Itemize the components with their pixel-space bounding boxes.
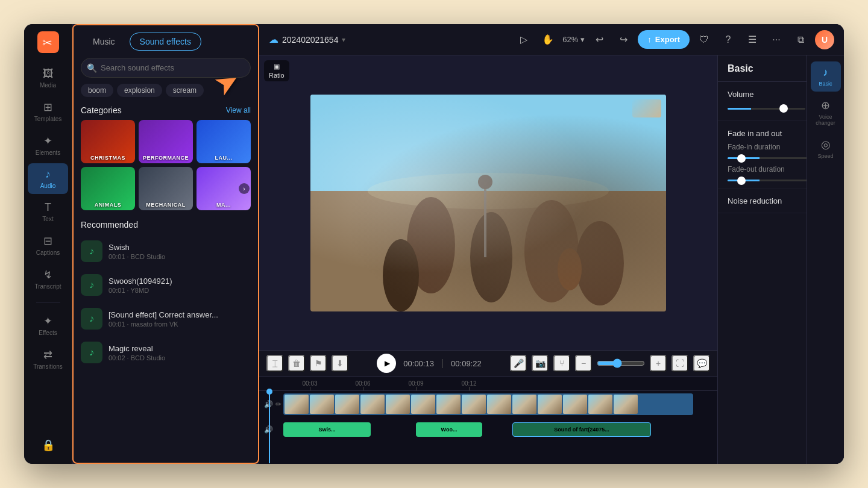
audio-split-btn[interactable]: ⑂ <box>553 355 570 372</box>
sound-name-magic: Magic reveal <box>108 344 251 353</box>
tag-scream[interactable]: scream <box>166 84 204 97</box>
thumb-8 <box>462 395 486 414</box>
svg-point-8 <box>383 239 419 311</box>
sidebar-divider <box>36 302 60 302</box>
tag-boom[interactable]: boom <box>81 84 113 97</box>
volume-slider[interactable] <box>728 108 805 110</box>
project-name-text: 202402021654 <box>282 35 338 45</box>
sidebar-item-transcript[interactable]: ↯ Transcript <box>28 263 68 295</box>
lock-icon-item[interactable]: 🔒 <box>39 434 57 457</box>
sidebar-item-effects[interactable]: ✦ Effects <box>28 310 68 341</box>
playhead[interactable] <box>269 391 270 463</box>
panel-title: Basic <box>728 63 753 74</box>
sound-item-correct[interactable]: ♪ [Sound effect] Correct answer... 00:01… <box>74 302 258 336</box>
audio-clip-fart[interactable]: Sound of fart(24075... <box>512 422 651 437</box>
undo-btn[interactable]: ↩ <box>590 30 609 49</box>
thumb-4 <box>360 395 385 414</box>
sound-info-magic: Magic reveal 00:02 · BCD Studio <box>108 344 251 361</box>
captions-icon: ⊟ <box>43 234 52 248</box>
minus-btn[interactable]: − <box>575 355 592 372</box>
sound-meta-magic: 00:02 · BCD Studio <box>108 354 251 361</box>
shield-icon-btn[interactable]: 🛡 <box>694 30 714 49</box>
project-name[interactable]: ☁ 202402021654 ▾ <box>269 34 345 45</box>
camera-btn[interactable]: 📷 <box>532 355 549 372</box>
thumb-12 <box>563 395 587 414</box>
sidebar-item-text[interactable]: T Text <box>28 196 68 227</box>
sidebar-item-transitions[interactable]: ⇄ Transitions <box>28 343 68 375</box>
tool-tab-speed[interactable]: ◎ Speed <box>811 133 841 164</box>
thumb-5 <box>386 395 410 414</box>
audio-clip-woo[interactable]: Woo... <box>416 422 482 437</box>
category-launch[interactable]: LAU... <box>197 120 251 163</box>
export-upload-icon: ↑ <box>647 35 652 44</box>
sound-name-swoosh: Swoosh(1094921) <box>108 277 251 286</box>
video-track[interactable] <box>283 393 693 415</box>
search-input[interactable] <box>81 58 251 78</box>
voice-tool-label: Voice changer <box>813 114 838 126</box>
delete-btn[interactable]: 🗑 <box>288 355 305 372</box>
ratio-button[interactable]: ▣ Ratio <box>264 60 289 81</box>
tag-explosion[interactable]: explosion <box>117 84 162 97</box>
fullscreen-btn[interactable]: ⛶ <box>671 355 688 372</box>
more-options-btn[interactable]: ··· <box>767 30 786 49</box>
elements-icon: ✦ <box>43 134 52 148</box>
category-animals[interactable]: ANIMALS <box>81 167 135 210</box>
audio-clip-swish[interactable]: Swis... <box>283 422 371 437</box>
redo-btn[interactable]: ↪ <box>614 30 633 49</box>
sidebar-label-media: Media <box>40 82 56 89</box>
sidebar-label-audio: Audio <box>40 183 56 189</box>
app-logo[interactable]: ✂ <box>37 31 59 53</box>
export-button[interactable]: ↑ Export <box>638 30 690 49</box>
sound-item-swish[interactable]: ♪ Swish 00:01 · BCD Studio <box>74 234 258 268</box>
playback-controls: 00:00:13 | 00:09:22 <box>377 354 481 373</box>
sidebar-item-elements[interactable]: ✦ Elements <box>28 130 68 161</box>
sidebar-label-transitions: Transitions <box>33 363 63 370</box>
tab-music[interactable]: Music <box>83 33 125 50</box>
thumb-11 <box>538 395 562 414</box>
current-time: 00:00:13 <box>403 359 434 368</box>
chat-btn[interactable]: 💬 <box>693 355 710 372</box>
category-magic[interactable]: MA... › <box>197 167 251 210</box>
split-view-btn[interactable]: ⧉ <box>791 30 810 49</box>
timeline-tracks: 🔊 ✏ <box>259 391 717 463</box>
sidebar-item-captions[interactable]: ⊟ Captions <box>28 230 68 261</box>
help-icon-btn[interactable]: ? <box>719 30 738 49</box>
tool-tab-voice[interactable]: ⊕ Voice changer <box>811 94 841 131</box>
more-arrow[interactable]: › <box>239 183 250 194</box>
ruler-mark-3: 00:12 <box>442 380 495 390</box>
sound-item-magic[interactable]: ♪ Magic reveal 00:02 · BCD Studio <box>74 336 258 369</box>
zoom-control[interactable]: 62% ▾ <box>562 35 585 44</box>
sidebar-item-media[interactable]: 🖼 Media <box>28 63 68 93</box>
basic-tool-icon: ♪ <box>823 66 828 79</box>
sidebar-label-transcript: Transcript <box>34 283 61 290</box>
timeline-zoom-slider[interactable] <box>597 358 645 368</box>
sound-search: 🔍 <box>81 58 251 78</box>
view-all-link[interactable]: View all <box>226 106 251 114</box>
thumb-1 <box>285 395 309 414</box>
top-bar-controls: ▷ ✋ 62% ▾ ↩ ↪ ↑ Export 🛡 ? ☰ ··· ⧉ U <box>514 30 834 49</box>
sidebar-label-templates: Templates <box>34 116 62 122</box>
category-christmas[interactable]: CHRISTMAS <box>81 120 135 163</box>
flag-btn[interactable]: ⚑ <box>310 355 327 372</box>
thumb-3 <box>335 395 359 414</box>
sidebar-item-audio[interactable]: ♪ Audio <box>28 163 68 194</box>
plus-btn[interactable]: + <box>650 355 667 372</box>
play-icon-btn[interactable]: ▷ <box>514 30 533 49</box>
sound-item-swoosh[interactable]: ♪ Swoosh(1094921) 00:01 · Y8MD <box>74 268 258 302</box>
download-btn[interactable]: ⬇ <box>332 355 348 372</box>
tool-tab-basic[interactable]: ♪ Basic <box>811 61 841 92</box>
sound-name-swish: Swish <box>108 243 251 252</box>
effects-icon: ✦ <box>43 314 52 328</box>
hand-tool-btn[interactable]: ✋ <box>538 30 558 49</box>
mic-btn[interactable]: 🎤 <box>510 355 527 372</box>
user-avatar[interactable]: U <box>815 30 834 49</box>
tab-sound-effects[interactable]: Sound effects <box>130 33 201 51</box>
layers-icon-btn[interactable]: ☰ <box>743 30 762 49</box>
split-tool-btn[interactable]: ⌶ <box>266 355 283 372</box>
category-performance[interactable]: PERFORMANCE <box>139 120 193 163</box>
play-button[interactable] <box>377 354 396 373</box>
category-mechanical[interactable]: MECHANICAL <box>139 167 193 210</box>
category-label-christmas: CHRISTMAS <box>81 155 135 161</box>
sound-icon-swish: ♪ <box>81 240 102 262</box>
sidebar-item-templates[interactable]: ⊞ Templates <box>28 96 68 127</box>
